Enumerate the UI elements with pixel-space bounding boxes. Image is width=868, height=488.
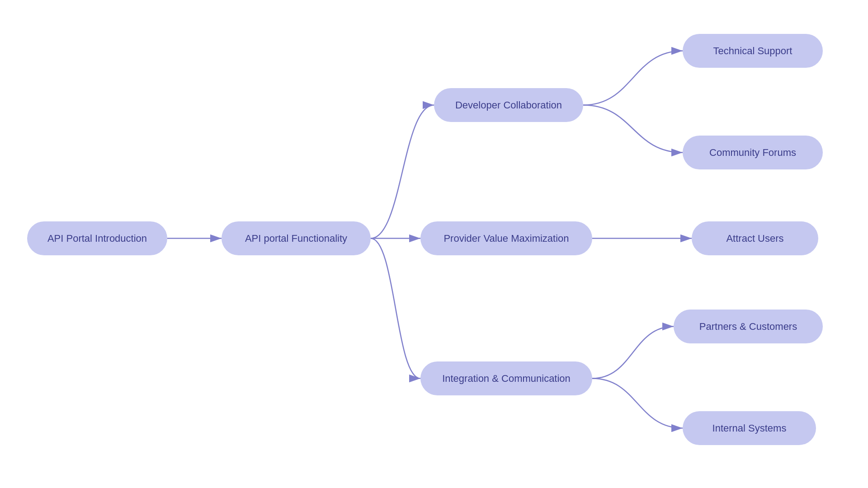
node-community: Community Forums xyxy=(683,136,823,169)
diagram-container: API Portal IntroductionAPI portal Functi… xyxy=(0,0,868,488)
node-attract-users: Attract Users xyxy=(692,221,818,255)
node-api-func: API portal Functionality xyxy=(222,221,371,255)
node-internal: Internal Systems xyxy=(683,411,816,445)
node-tech-support: Technical Support xyxy=(683,34,823,68)
node-partners: Partners & Customers xyxy=(674,310,823,343)
node-dev-collab: Developer Collaboration xyxy=(434,88,583,122)
node-api-intro: API Portal Introduction xyxy=(27,221,167,255)
node-provider-val: Provider Value Maximization xyxy=(420,221,592,255)
node-integration: Integration & Communication xyxy=(420,361,592,395)
